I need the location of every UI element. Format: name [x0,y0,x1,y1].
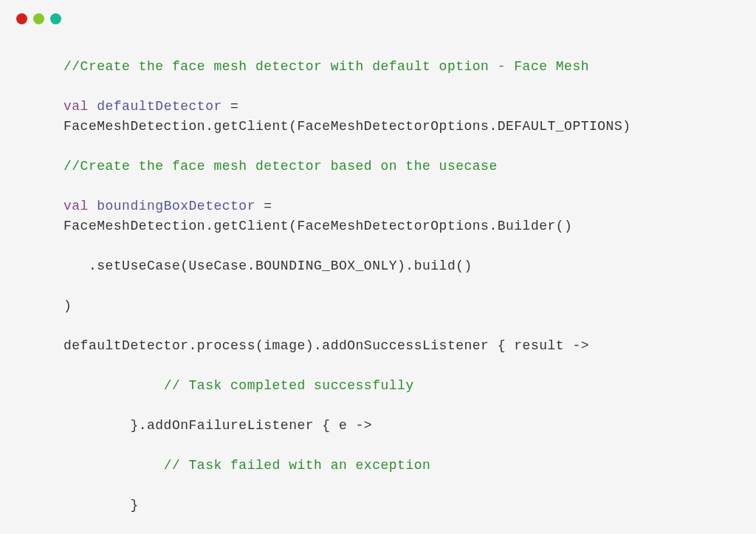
traffic-lights [0,0,756,24]
code-indent [63,458,164,473]
maximize-icon[interactable] [50,13,61,24]
code-text: } [63,498,139,513]
code-text: defaultDetector.process(image).addOnSucc… [63,338,589,353]
code-keyword: val [63,199,89,213]
code-editor[interactable]: //Create the face mesh detector with def… [0,24,756,530]
code-identifier: defaultDetector [97,99,222,114]
code-text: = [255,199,272,213]
code-keyword: val [63,99,89,114]
code-window: //Create the face mesh detector with def… [0,0,756,534]
code-text [89,199,97,213]
code-comment: //Create the face mesh detector with def… [63,59,589,74]
code-indent [63,378,164,393]
code-text [89,99,97,114]
code-text: .setUseCase(UseCase.BOUNDING_BOX_ONLY).b… [63,259,472,273]
code-text: FaceMeshDetection.getClient(FaceMeshDete… [63,219,572,233]
code-comment: //Create the face mesh detector based on… [63,159,498,174]
code-comment: // Task failed with an exception [164,458,431,473]
code-text: FaceMeshDetection.getClient(FaceMeshDete… [63,119,631,134]
code-identifier: boundingBoxDetector [97,199,255,213]
code-text: }.addOnFailureListener { e -> [63,418,372,433]
minimize-icon[interactable] [33,13,44,24]
code-comment: // Task completed successfully [164,378,414,393]
code-text: ) [63,298,72,313]
close-icon[interactable] [16,13,27,24]
code-text: = [222,99,239,114]
